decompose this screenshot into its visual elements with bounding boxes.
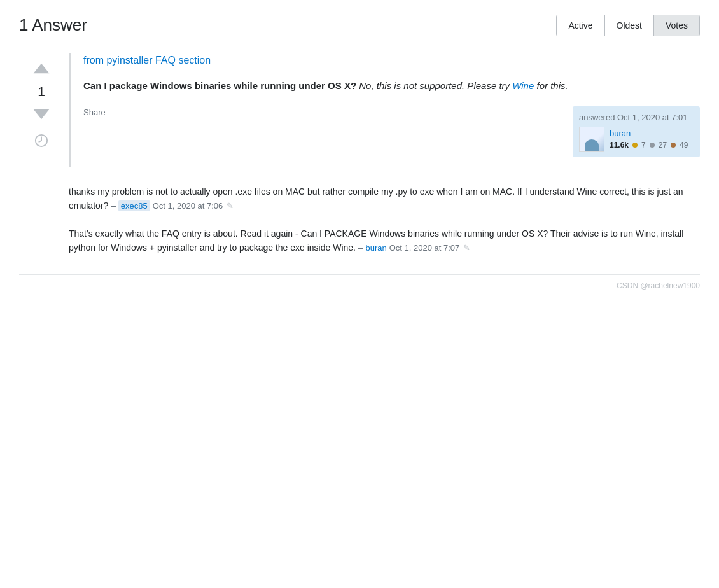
silver-badge-dot <box>650 143 655 148</box>
comment-1-separator: – <box>111 200 118 211</box>
sort-buttons-group: Active Oldest Votes <box>556 15 700 36</box>
answer-actions: Share answered Oct 1, 2020 at 7:01 buran <box>83 106 700 157</box>
sort-button-active[interactable]: Active <box>557 15 604 36</box>
history-icon[interactable] <box>34 134 48 152</box>
answers-count: 1 <box>19 15 28 34</box>
user-avatar <box>579 127 604 152</box>
reputation-row: 11.6k 7 27 49 <box>610 139 688 151</box>
answered-label: answered Oct 1, 2020 at 7:01 <box>579 111 694 124</box>
vote-column: 1 <box>19 53 64 167</box>
answer-body: Can I package Windows binaries while run… <box>83 78 700 94</box>
comment-2-timestamp: Oct 1, 2020 at 7:07 <box>389 243 460 253</box>
sort-button-votes[interactable]: Votes <box>654 15 699 36</box>
answer-bold-text: Can I package Windows binaries while run… <box>83 80 356 91</box>
source-link[interactable]: from pyinstaller FAQ section <box>83 53 211 68</box>
sort-button-oldest[interactable]: Oldest <box>605 15 654 36</box>
comment-1-author[interactable]: exec85 <box>118 200 150 211</box>
silver-badge-count: 27 <box>659 139 667 151</box>
answer-block: 1 from pyinstaller FAQ section Can I pac… <box>19 53 700 167</box>
bronze-badge-count: 49 <box>680 139 688 151</box>
answers-title: 1 Answer <box>19 13 87 38</box>
answer-italic-text: No, this is not supported. Please try Wi… <box>359 80 568 91</box>
avatar-image <box>580 127 604 152</box>
comments-section: thanks my problem is not to actually ope… <box>19 178 700 262</box>
upvote-button[interactable] <box>30 58 53 81</box>
footer-attribution: CSDN @rachelnew1900 <box>19 274 700 291</box>
comment-2-separator: – <box>358 242 366 253</box>
share-link[interactable]: Share <box>83 106 106 119</box>
comment-1-edit-icon[interactable]: ✎ <box>227 201 234 211</box>
gold-badge-count: 7 <box>641 139 646 151</box>
bronze-badge-dot <box>671 143 676 148</box>
vote-count: 1 <box>38 85 45 98</box>
comment-2-author[interactable]: buran <box>366 243 387 253</box>
user-row: buran 11.6k 7 27 49 <box>579 127 694 152</box>
wine-link[interactable]: Wine <box>512 80 534 91</box>
answers-header: 1 Answer Active Oldest Votes <box>19 13 700 38</box>
answers-label: Answer <box>32 15 87 34</box>
comment-2-edit-icon[interactable]: ✎ <box>463 243 470 253</box>
username-link[interactable]: buran <box>610 129 631 138</box>
comment-2: That's exactly what the FAQ entry is abo… <box>69 220 700 262</box>
user-details: buran 11.6k 7 27 49 <box>610 127 688 151</box>
answer-content: from pyinstaller FAQ section Can I packa… <box>69 53 700 167</box>
reputation-score: 11.6k <box>610 139 629 151</box>
page-container: 1 Answer Active Oldest Votes 1 <box>0 0 719 304</box>
downvote-button[interactable] <box>30 102 53 125</box>
answered-info-card: answered Oct 1, 2020 at 7:01 buran 11.6k <box>573 106 700 157</box>
comment-1: thanks my problem is not to actually ope… <box>69 178 700 220</box>
comment-1-timestamp: Oct 1, 2020 at 7:06 <box>153 201 223 211</box>
gold-badge-dot <box>632 143 638 148</box>
